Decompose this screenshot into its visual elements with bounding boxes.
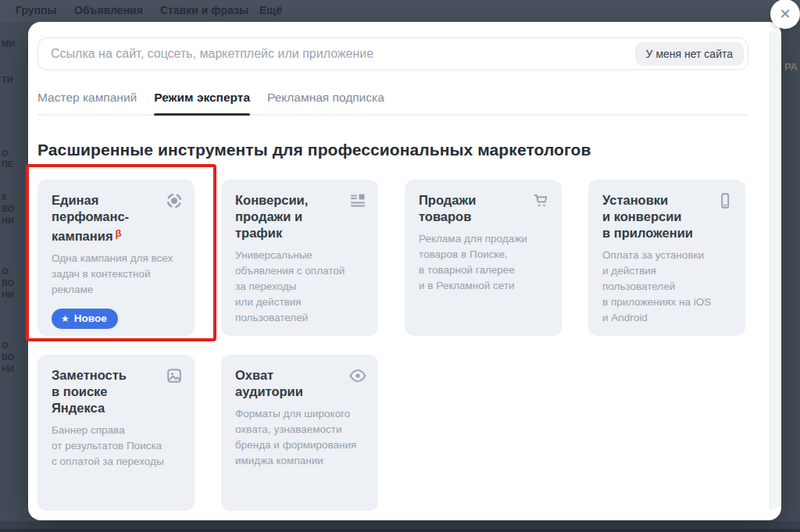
background-bottom-edge — [0, 529, 800, 532]
card-title: Продажи товаров — [419, 192, 551, 225]
bg-text-fragment: ВО — [2, 204, 14, 213]
card-title: Конверсии, продажи и трафик — [235, 192, 367, 241]
bg-text-fragment: МИ — [2, 39, 15, 48]
url-input-row: У меня нет сайта — [38, 37, 748, 70]
mode-tabs: Мастер кампаний Режим эксперта Рекламная… — [38, 83, 748, 116]
card-product-sales[interactable]: Продажи товаров Реклама для продажи това… — [405, 180, 562, 336]
card-title: Охват аудитории — [235, 367, 367, 400]
image-icon — [165, 366, 184, 385]
card-description: Универсальные объявления с оплатой за пе… — [235, 248, 367, 326]
page-title: Расширенные инструменты для профессионал… — [38, 141, 747, 159]
card-title: Заметность в поиске Яндекса — [52, 367, 184, 416]
cart-icon — [532, 191, 551, 210]
close-icon: ✕ — [779, 7, 791, 21]
tab-campaign-wizard[interactable]: Мастер кампаний — [38, 83, 137, 114]
tab-ad-subscription[interactable]: Рекламная подписка — [267, 83, 384, 114]
card-conversions-sales-traffic[interactable]: Конверсии, продажи и трафик Универсальны… — [221, 180, 378, 336]
card-description: Форматы для широкого охвата, узнаваемост… — [235, 406, 367, 469]
card-app-installs-conversions[interactable]: Установки и конверсии в приложении Оплат… — [588, 180, 745, 336]
background-topbar: Группы Объявления Ставки и фразы Ещё — [0, 0, 800, 22]
bg-text-fragment: НИ — [2, 290, 14, 299]
card-description: Оплата за установки и действия пользоват… — [602, 248, 734, 326]
bg-text-fragment: 9 — [2, 192, 6, 202]
card-yandex-search-visibility[interactable]: Заметность в поиске Яндекса Баннер справ… — [38, 355, 195, 511]
modal-scrollbar[interactable] — [770, 31, 780, 509]
card-description: Баннер справа от результатов Поиска с оп… — [52, 423, 184, 470]
bg-text-fragment: О — [2, 341, 9, 350]
bg-text-fragment: ПЕ — [2, 159, 13, 169]
bg-menu-ads: Объявления — [74, 4, 143, 16]
bg-menu-bids: Ставки и фразы — [160, 4, 248, 16]
card-audience-reach[interactable]: Охват аудитории Форматы для широкого охв… — [221, 355, 378, 511]
card-unified-performance-campaign[interactable]: Единая перфоманс- кампанияβ Одна кампани… — [38, 180, 195, 336]
bg-text-fragment: ВО — [2, 352, 14, 362]
bg-text-fragment: О — [2, 148, 9, 158]
star-icon: ★ — [61, 314, 70, 323]
no-site-button[interactable]: У меня нет сайта — [635, 42, 744, 66]
eye-icon — [348, 366, 367, 385]
text-ad-icon — [348, 191, 367, 210]
card-description: Одна кампания для всех задач в контекстн… — [52, 251, 184, 298]
bg-menu-more: Ещё — [259, 4, 282, 16]
new-badge: ★ Новое — [52, 309, 118, 329]
campaign-type-cards: Единая перфоманс- кампанияβ Одна кампани… — [38, 180, 747, 511]
bg-text-fragment: ВО — [2, 278, 14, 287]
smartphone-icon — [716, 191, 734, 210]
card-title: Установки и конверсии в приложении — [602, 192, 734, 241]
new-badge-label: Новое — [74, 312, 107, 324]
bg-text-fragment: ТИ — [2, 75, 13, 84]
bg-text-fragment: НИ — [2, 216, 14, 225]
bg-text-fragment: НИ — [2, 364, 14, 373]
screen: Группы Объявления Ставки и фразы Ещё МИ … — [0, 0, 800, 532]
beta-label: β — [116, 227, 122, 239]
tab-expert-mode[interactable]: Режим эксперта — [154, 83, 250, 114]
bg-menu-groups: Группы — [16, 4, 56, 16]
card-title: Единая перфоманс- кампанияβ — [52, 192, 184, 245]
close-button[interactable]: ✕ — [770, 0, 800, 29]
campaign-create-modal: У меня нет сайта Мастер кампаний Режим э… — [28, 22, 781, 520]
focus-icon — [165, 191, 184, 210]
bg-text-fragment: О — [2, 266, 9, 276]
card-description: Реклама для продажи товаров в Поиске, в … — [419, 231, 551, 294]
bg-text-fragment: РА — [784, 61, 798, 73]
